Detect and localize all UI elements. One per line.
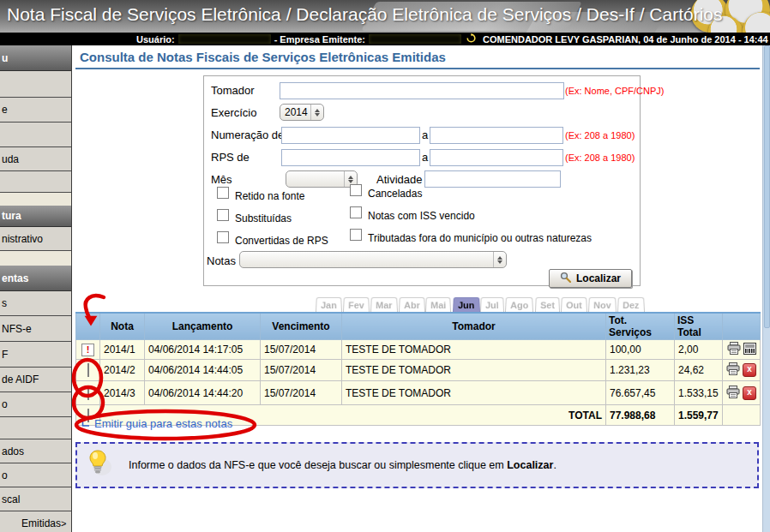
print-icon[interactable] [726, 362, 740, 378]
col-lancamento: Lançamento [145, 313, 261, 340]
localizar-button[interactable]: Localizar [549, 269, 632, 288]
scrollbar-thumb[interactable] [764, 45, 770, 328]
row-checkbox[interactable] [87, 386, 89, 400]
numeracao-de-input[interactable] [281, 127, 420, 144]
mes-select[interactable] [286, 170, 358, 188]
canceladas-label: Canceladas [368, 188, 422, 200]
lightbulb-icon [89, 450, 113, 481]
cell-tomador: TESTE DE TOMADOR [342, 340, 606, 360]
notas-select[interactable] [239, 251, 507, 268]
atividade-label: Atividade [376, 173, 422, 186]
cell-nota: 2014/1 [100, 340, 145, 360]
tributadas-checkbox[interactable] [350, 229, 362, 241]
cell-tot-servicos: 100,00 [606, 340, 675, 360]
print-icon[interactable] [726, 386, 740, 401]
retido-label: Retido na fonte [235, 190, 304, 202]
user-label: Usuário: [136, 34, 175, 45]
stepper-icon [493, 252, 502, 267]
redacted-company [369, 34, 461, 44]
sidebar-item[interactable]: o [0, 392, 71, 417]
mes-label: Mês [211, 173, 232, 186]
sidebar-item-ajuda[interactable]: uda [0, 147, 71, 171]
tab-fev[interactable]: Fev [343, 297, 370, 312]
retido-checkbox[interactable] [217, 187, 229, 199]
sidebar-item-emitidas[interactable]: Emitidas> [0, 511, 71, 532]
col-tot-servicos: Tot. Serviços [606, 313, 675, 340]
tab-set[interactable]: Set [535, 297, 560, 312]
sidebar-section-ferramentas: entas [0, 266, 71, 291]
sidebar-menu: u e uda tura nistrativo entas s NFS-e F … [0, 45, 72, 532]
sidebar-spacer [0, 193, 71, 206]
cell-tot-servicos: 1.231,23 [606, 360, 675, 381]
numeracao-a-input[interactable] [430, 127, 563, 144]
cell-vencimento: 15/07/2014 [261, 340, 342, 360]
switch-company-icon[interactable] [466, 33, 476, 45]
sidebar-item-administrativo[interactable]: nistrativo [0, 227, 71, 251]
sidebar-item-nfse[interactable]: NFS-e [0, 316, 71, 342]
table-row: 2014/3 04/06/2014 14:44:20 15/07/2014 TE… [76, 381, 761, 405]
tomador-hint: (Ex: Nome, CPF/CNPJ) [565, 86, 665, 96]
sidebar-item-aidf[interactable]: de AIDF [0, 368, 71, 392]
vertical-scrollbar[interactable] [762, 45, 770, 532]
sidebar-item[interactable] [0, 171, 71, 193]
rps-de-input[interactable] [281, 149, 420, 166]
rps-a-input[interactable] [430, 149, 563, 166]
col-nota: Nota [100, 313, 145, 340]
tab-abr[interactable]: Abr [399, 297, 425, 312]
exercicio-select[interactable]: 2014 [280, 104, 324, 121]
a-label: a [422, 129, 428, 141]
emitir-guia-link[interactable]: Emitir guia para estas notas [79, 416, 232, 430]
info-message: Informe o dados da NFS-e que você deseja… [129, 459, 556, 471]
tab-out[interactable]: Out [561, 297, 587, 312]
sidebar-item[interactable] [0, 71, 71, 98]
iss-vencido-checkbox[interactable] [350, 206, 362, 218]
sidebar-item[interactable] [0, 417, 71, 439]
iss-vencido-label: Notas com ISS vencido [368, 210, 475, 222]
cell-vencimento: 15/07/2014 [261, 381, 342, 405]
tab-jan[interactable]: Jan [316, 297, 342, 312]
rps-hint: (Ex: 208 a 1980) [565, 152, 635, 163]
tab-jun-selected[interactable]: Jun [453, 297, 480, 312]
col-iss-total: ISS Total [675, 313, 723, 340]
atividade-input[interactable] [424, 170, 561, 188]
alert-icon[interactable]: ! [81, 344, 94, 356]
cell-vencimento: 15/07/2014 [261, 360, 342, 381]
cell-tomador: TESTE DE TOMADOR [342, 381, 606, 405]
tab-mar[interactable]: Mar [370, 297, 398, 312]
sidebar-item[interactable]: e [0, 98, 71, 123]
top-banner: Nota Fiscal de Serviços Eletrônica / Dec… [0, 0, 770, 33]
delete-icon[interactable]: x [743, 386, 756, 400]
sidebar-section-prefeitura: tura [0, 206, 71, 227]
sidebar-item[interactable]: F [0, 342, 71, 368]
exercicio-label: Exercício [211, 106, 256, 119]
total-servicos: 77.988,68 [606, 405, 675, 426]
substituidas-label: Substituídas [235, 212, 292, 224]
tab-jul[interactable]: Jul [480, 297, 504, 312]
submenu-arrow-icon: > [61, 518, 66, 529]
barcode-icon[interactable] [743, 343, 756, 357]
sidebar-item[interactable] [0, 123, 71, 147]
sidebar-item[interactable]: s [0, 291, 71, 316]
cell-lancamento: 04/06/2014 14:17:05 [145, 340, 261, 360]
print-icon[interactable] [727, 342, 741, 357]
sidebar-item[interactable]: ados [0, 439, 71, 463]
substituidas-checkbox[interactable] [217, 209, 229, 221]
row-checkbox[interactable] [87, 363, 89, 377]
sidebar-item-fiscal[interactable]: scal [0, 487, 71, 511]
tomador-input[interactable] [280, 82, 564, 99]
tab-ago[interactable]: Ago [505, 297, 533, 312]
convertidas-label: Convertidas de RPS [235, 235, 328, 247]
sidebar-item[interactable]: o [0, 463, 71, 487]
stepper-icon [310, 105, 320, 120]
tab-mai[interactable]: Mai [425, 297, 451, 312]
delete-icon[interactable]: x [743, 363, 756, 377]
user-bar: Usuário: - Empresa Emitente: COMENDADOR … [0, 33, 770, 45]
canceladas-checkbox[interactable] [350, 184, 362, 196]
info-box: Informe o dados da NFS-e que você deseja… [75, 442, 759, 488]
cell-iss-total: 24,62 [675, 360, 723, 381]
tab-nov[interactable]: Nov [588, 297, 617, 312]
convertidas-checkbox[interactable] [217, 231, 229, 243]
redacted-username [178, 34, 271, 44]
notas-table: Nota Lançamento Vencimento Tomador Tot. … [75, 312, 761, 426]
tab-dez[interactable]: Dez [617, 297, 645, 312]
